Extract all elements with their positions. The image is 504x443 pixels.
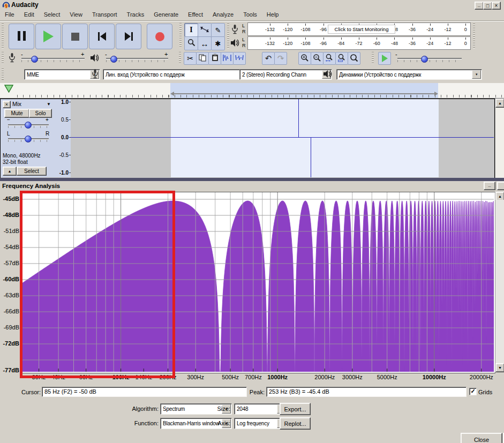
close-window-button[interactable]: × — [492, 2, 501, 10]
menu-effect[interactable]: Effect — [183, 10, 208, 20]
close-button[interactable]: Close — [461, 433, 502, 443]
grids-label[interactable]: Grids — [478, 389, 492, 395]
skip-to-end-button[interactable] — [116, 24, 141, 49]
redo-icon: ↷ — [277, 54, 284, 63]
replot-button[interactable]: Replot... — [280, 417, 311, 430]
envelope-tool-button[interactable] — [198, 23, 212, 37]
menu-edit[interactable]: Edit — [19, 10, 39, 20]
multi-tool-button[interactable]: ✱ — [211, 36, 225, 50]
fit-project-button[interactable] — [335, 52, 348, 65]
meters-end-gripper[interactable] — [473, 24, 475, 48]
maximize-button[interactable]: □ — [483, 2, 492, 10]
grids-checkbox[interactable]: ✓ — [469, 388, 477, 395]
meter-scale-label: -36 — [409, 27, 416, 32]
selection-range-line[interactable] — [174, 93, 435, 94]
track-select-button[interactable]: Select — [17, 167, 47, 176]
audio-host-value: MME — [27, 72, 39, 78]
dropdown-arrow-icon[interactable]: ▼ — [472, 70, 481, 79]
silence-audio-button[interactable] — [233, 52, 246, 65]
track-scrollbar[interactable]: ▲ — [495, 99, 504, 178]
track-close-button[interactable]: × — [3, 101, 11, 108]
selection-left-arrow-icon[interactable] — [170, 92, 174, 96]
redo-button[interactable]: ↷ — [274, 52, 287, 65]
menu-transport[interactable]: Transport — [87, 10, 122, 20]
playback-meter[interactable]: -132-120-108-96-84-72-60-48-36-24-120 — [247, 36, 471, 50]
stop-button[interactable] — [62, 24, 88, 49]
menu-tracks[interactable]: Tracks — [122, 10, 149, 20]
selection-right-arrow-icon[interactable] — [434, 92, 438, 96]
draw-tool-button[interactable]: ✎ — [211, 23, 225, 37]
export-button[interactable]: Export... — [280, 403, 311, 415]
playback-device-select[interactable]: Динамики (Устройство с поддержк ▼ — [336, 69, 482, 80]
zoom-in-button[interactable] — [298, 52, 311, 65]
meter-tick — [465, 24, 466, 26]
skip-to-start-button[interactable] — [89, 24, 115, 49]
edit-toolbar-gripper[interactable] — [179, 52, 181, 65]
ibeam-icon: I — [190, 26, 192, 34]
input-volume-slider-thumb[interactable] — [31, 56, 38, 63]
tools-toolbar-gripper[interactable] — [179, 23, 182, 49]
menu-select[interactable]: Select — [39, 10, 65, 20]
freq-plot-scrollbar[interactable]: ▲ ▼ — [495, 192, 504, 372]
scroll-down-icon[interactable]: ▼ — [495, 363, 504, 372]
zoom-toggle-button[interactable] — [348, 52, 360, 65]
zoom-in-icon — [300, 54, 309, 64]
fit-selection-button[interactable] — [323, 52, 336, 65]
zoom-tool-button[interactable] — [184, 36, 198, 50]
play-at-speed-button[interactable] — [378, 52, 391, 65]
meter-scale-label: -12 — [444, 27, 451, 32]
zoom-out-button[interactable] — [311, 52, 324, 65]
cut-button[interactable]: ✂ — [184, 52, 197, 65]
output-volume-speaker-icon — [90, 54, 99, 63]
transport-toolbar-gripper[interactable] — [2, 24, 4, 48]
selection-tool-button[interactable]: I — [184, 23, 198, 37]
timeline-ruler[interactable]: 0.3500.3600.3700.3800.3900.4000.4100.420 — [0, 83, 504, 99]
track-collapse-button[interactable]: ▲ — [3, 167, 17, 176]
track-name[interactable]: Mix — [12, 101, 21, 107]
frequency-axis-label: 1000Hz — [267, 374, 288, 380]
menu-help[interactable]: Help — [262, 10, 284, 20]
title-bar: Audacity _ □ × — [0, 0, 504, 10]
menu-analyze[interactable]: Analyze — [208, 10, 238, 20]
monitoring-overlay[interactable]: Click to Start Monitoring — [328, 25, 395, 34]
audacity-logo-icon — [2, 1, 10, 10]
copy-button[interactable] — [196, 52, 209, 65]
pause-button[interactable] — [9, 24, 34, 49]
minimize-button[interactable]: _ — [475, 2, 484, 10]
menu-generate[interactable]: Generate — [149, 10, 183, 20]
mixer-toolbar-gripper[interactable] — [2, 52, 4, 65]
play-at-speed-gripper[interactable] — [372, 52, 374, 65]
waveform-selection[interactable] — [171, 99, 439, 177]
play-speed-slider[interactable] — [397, 58, 462, 59]
freq-panel-minimize-button[interactable]: _ — [484, 182, 495, 190]
cursor-label: Cursor: — [19, 389, 41, 395]
freq-panel-extra-button[interactable] — [497, 182, 504, 190]
menu-view[interactable]: View — [65, 10, 87, 20]
pan-slider-thumb[interactable] — [25, 136, 32, 142]
output-volume-slider-thumb[interactable] — [110, 56, 117, 63]
scroll-up-icon[interactable]: ▲ — [495, 99, 504, 108]
track-menu-arrow-icon[interactable]: ▼ — [47, 102, 51, 107]
envelope-icon — [200, 26, 209, 35]
undo-button[interactable]: ↶ — [262, 52, 275, 65]
play-speed-slider-thumb[interactable] — [421, 56, 428, 63]
meter-tick — [430, 24, 431, 26]
menu-file[interactable]: File — [0, 10, 19, 20]
quick-play-indicator-icon[interactable] — [4, 85, 13, 94]
time-shift-tool-button[interactable]: ↔ — [198, 36, 212, 50]
gain-slider-thumb[interactable] — [25, 122, 32, 129]
recording-channels-select[interactable]: 2 (Stereo) Recording Chann ▼ — [239, 69, 332, 80]
scrollbar-track[interactable] — [495, 200, 504, 363]
record-button[interactable] — [147, 24, 172, 49]
play-button[interactable] — [35, 24, 61, 49]
recording-meter-gripper[interactable] — [227, 24, 229, 48]
audio-host-select[interactable]: MME ▼ — [24, 69, 100, 80]
device-toolbar-gripper[interactable] — [2, 69, 4, 80]
skip-to-start-icon — [98, 32, 106, 41]
waveform-area[interactable] — [71, 99, 494, 177]
paste-button[interactable] — [208, 52, 221, 65]
recording-device-select[interactable]: Лин. вход (Устройство с поддерж ▼ — [103, 69, 250, 80]
menu-tools[interactable]: Tools — [238, 10, 262, 20]
waveform-spike-lower — [311, 138, 311, 177]
trim-audio-button[interactable] — [221, 52, 234, 65]
